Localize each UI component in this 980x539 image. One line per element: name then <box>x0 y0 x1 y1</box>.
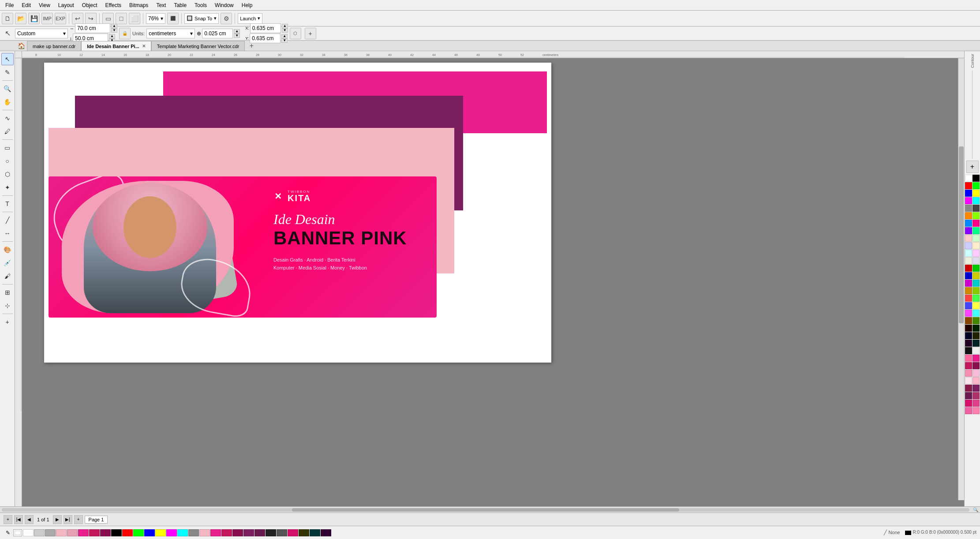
color-swatch-13[interactable] <box>973 220 980 227</box>
color-swatch-34[interactable] <box>965 302 972 309</box>
color-swatch-20[interactable] <box>965 250 972 257</box>
posy-spinner[interactable]: ▲ ▼ <box>281 34 288 43</box>
menu-text[interactable]: Text <box>153 1 169 9</box>
color-swatch-54[interactable] <box>965 377 972 384</box>
undo-button[interactable]: ↩ <box>72 13 83 24</box>
bottom-ext-swatch-3[interactable] <box>232 529 243 536</box>
width-down[interactable]: ▼ <box>111 28 117 33</box>
snap-dropdown[interactable]: 🔲 Snap To ▾ <box>184 13 219 24</box>
add-tab-button[interactable]: + <box>247 41 256 51</box>
text-tool[interactable]: T <box>1 198 14 210</box>
bottom-swatch-10[interactable] <box>133 529 144 536</box>
bottom-swatch-1[interactable] <box>34 529 45 536</box>
launch-dropdown[interactable]: Launch ▾ <box>238 13 262 24</box>
color-swatch-30[interactable] <box>965 287 972 294</box>
pattern-tool[interactable]: ⊹ <box>1 299 14 312</box>
tab-ide-close-icon[interactable]: ✕ <box>142 44 146 49</box>
fill-tool[interactable]: 🎨 <box>1 243 14 256</box>
bottom-swatch-14[interactable] <box>177 529 188 536</box>
bottom-swatch-4[interactable] <box>67 529 78 536</box>
color-swatch-0[interactable] <box>965 175 972 182</box>
color-swatch-14[interactable] <box>965 227 972 234</box>
color-swatch-17[interactable] <box>973 235 980 242</box>
color-swatch-44[interactable] <box>965 340 972 347</box>
frame-button[interactable]: ▭ <box>102 13 114 24</box>
bottom-ext-swatch-8[interactable] <box>288 529 298 536</box>
import-button[interactable]: IMP <box>41 13 53 24</box>
new-button[interactable]: 🗋 <box>2 13 13 24</box>
color-swatch-19[interactable] <box>973 242 980 249</box>
measure-tool[interactable]: ↔ <box>1 227 14 240</box>
add-button[interactable]: + <box>305 28 316 39</box>
page1-tab[interactable]: Page 1 <box>85 516 108 524</box>
table-tool[interactable]: ⊞ <box>1 286 14 299</box>
bottom-ext-swatch-7[interactable] <box>277 529 287 536</box>
color-swatch-4[interactable] <box>965 190 972 197</box>
color-swatch-10[interactable] <box>965 212 972 219</box>
color-swatch-58[interactable] <box>965 392 972 399</box>
bottom-ext-swatch-11[interactable] <box>321 529 331 536</box>
pan-tool[interactable]: ✋ <box>1 96 14 108</box>
posy-up[interactable]: ▲ <box>281 34 288 38</box>
nudge-up[interactable]: ▲ <box>234 29 240 34</box>
color-swatch-43[interactable] <box>973 332 980 339</box>
color-swatch-21[interactable] <box>973 250 980 257</box>
bottom-ext-swatch-9[interactable] <box>299 529 309 536</box>
menu-table[interactable]: Table <box>170 1 190 9</box>
redo-button[interactable]: ↪ <box>85 13 97 24</box>
tab-makeup-banner[interactable]: make up banner.cdr <box>27 41 81 51</box>
menu-tools[interactable]: Tools <box>191 1 210 9</box>
color-swatch-7[interactable] <box>973 197 980 204</box>
posy-down[interactable]: ▼ <box>281 38 288 43</box>
bottom-swatch-3[interactable] <box>56 529 67 536</box>
color-swatch-40[interactable] <box>965 325 972 332</box>
color-swatch-1[interactable] <box>973 175 980 182</box>
height-up[interactable]: ▲ <box>109 34 115 38</box>
prev-page-button[interactable]: ◀ <box>25 515 34 524</box>
posx-spinner[interactable]: ▲ ▼ <box>282 24 288 33</box>
color-swatch-37[interactable] <box>973 310 980 317</box>
color-swatch-47[interactable] <box>973 347 980 354</box>
bottom-ext-swatch-4[interactable] <box>243 529 254 536</box>
color-swatch-46[interactable] <box>965 347 972 354</box>
save-button[interactable]: 💾 <box>28 13 40 24</box>
bottom-swatch-0[interactable] <box>23 529 34 536</box>
preset-dropdown[interactable]: Custom ▾ <box>15 29 68 38</box>
bottom-ext-swatch-5[interactable] <box>254 529 265 536</box>
pen-tool[interactable]: 🖊 <box>1 125 14 138</box>
tab-ide-desain[interactable]: Ide Desain Banner Pi... ✕ <box>81 41 151 51</box>
bottom-swatch-6[interactable] <box>89 529 100 536</box>
posx-up[interactable]: ▲ <box>282 24 288 28</box>
color-swatch-56[interactable] <box>965 385 972 392</box>
units-dropdown[interactable]: centimeters ▾ <box>146 29 195 38</box>
shadow-button[interactable]: ⬜ <box>129 13 140 24</box>
fill-swatch-none[interactable] <box>13 529 22 536</box>
add-page2-button[interactable]: + <box>74 515 83 524</box>
nudge-input[interactable]: 0.025 cm <box>202 29 233 38</box>
menu-effects[interactable]: Effects <box>102 1 125 9</box>
color-swatch-52[interactable] <box>965 370 972 377</box>
bottom-swatch-13[interactable] <box>166 529 177 536</box>
color-swatch-18[interactable] <box>965 242 972 249</box>
page-button[interactable]: □ <box>116 13 127 24</box>
bottom-ext-swatch-10[interactable] <box>310 529 320 536</box>
edit-pen-icon[interactable]: ✎ <box>4 528 12 537</box>
menu-object[interactable]: Object <box>79 1 101 9</box>
color-swatch-60[interactable] <box>965 400 972 407</box>
ellipse-tool[interactable]: ○ <box>1 155 14 167</box>
bottom-swatch-8[interactable] <box>111 529 122 536</box>
zoom-dropdown[interactable]: 76% ▾ <box>146 13 165 24</box>
pos-x-input[interactable]: 0.635 cm <box>250 23 281 33</box>
color-swatch-24[interactable] <box>965 265 972 272</box>
color-swatch-50[interactable] <box>965 362 972 369</box>
color-swatch-29[interactable] <box>973 280 980 287</box>
hscroll-track[interactable] <box>2 508 969 512</box>
nudge-down[interactable]: ▼ <box>234 34 240 38</box>
bottom-swatch-11[interactable] <box>144 529 155 536</box>
palette-add-button[interactable]: + <box>966 161 979 173</box>
open-button[interactable]: 📂 <box>15 13 26 24</box>
tab-template-marketing[interactable]: Template Marketing Banner Vector.cdr <box>151 41 245 51</box>
menu-layout[interactable]: Layout <box>55 1 78 9</box>
add-page-button[interactable]: + <box>4 515 12 524</box>
color-swatch-49[interactable] <box>973 355 980 362</box>
